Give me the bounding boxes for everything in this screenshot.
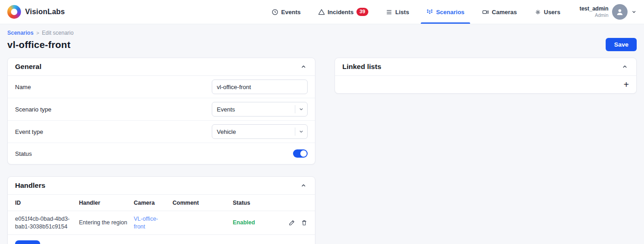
handlers-card-title: Handlers: [15, 181, 45, 190]
pencil-icon: [288, 219, 295, 226]
nav-item-events[interactable]: Events: [272, 0, 301, 24]
linked-lists-collapse-button[interactable]: [621, 63, 629, 71]
trash-icon: [301, 219, 308, 226]
nav-item-label: Lists: [395, 9, 409, 16]
nav-item-label: Users: [544, 9, 560, 16]
linked-lists-body: +: [335, 76, 636, 93]
status-label: Status: [15, 150, 32, 157]
list-icon: [386, 9, 393, 16]
handlers-collapse-button[interactable]: [299, 181, 308, 190]
nav-item-label: Incidents: [328, 9, 354, 16]
column-header-comment: Comment: [173, 200, 233, 206]
breadcrumb-current: Edit scenario: [42, 30, 73, 36]
user-menu[interactable]: test_admin Admin: [580, 4, 637, 20]
event-type-select[interactable]: Vehicle: [212, 124, 308, 139]
handler-id-cell: e051f4cb-0bad-4bd3-bab1-3038b51c9154: [15, 215, 79, 231]
event-type-value: Vehicle: [212, 128, 295, 135]
general-card: General Name Scenario type Events: [7, 58, 315, 164]
chevron-down-icon: [295, 129, 307, 134]
edit-handler-button[interactable]: [288, 219, 295, 226]
nav-item-incidents[interactable]: Incidents 39: [318, 0, 368, 24]
warning-triangle-icon: [318, 9, 325, 16]
general-card-header: General: [8, 58, 315, 76]
nav-item-label: Events: [281, 9, 301, 16]
column-header-status: Status: [233, 200, 284, 206]
chevron-down-icon: [631, 9, 637, 15]
linked-lists-card-title: Linked lists: [342, 63, 381, 71]
handler-row-actions: [284, 219, 308, 226]
chevron-down-icon: [295, 106, 307, 112]
column-header-handler: Handler: [79, 200, 134, 206]
scenario-type-value: Events: [212, 106, 295, 113]
nav-item-scenarios[interactable]: Scenarios: [426, 0, 464, 24]
column-header-id: ID: [15, 200, 79, 206]
add-handler-button[interactable]: Add: [15, 240, 40, 244]
clock-icon: [272, 9, 278, 16]
left-column: General Name Scenario type Events: [7, 58, 315, 244]
handlers-card-header: Handlers: [8, 177, 315, 195]
camera-icon: [482, 9, 489, 16]
toggle-knob: [300, 150, 307, 157]
handler-status-cell: Enabled: [233, 219, 284, 227]
scenario-type-select[interactable]: Events: [212, 102, 308, 117]
avatar: [612, 4, 628, 20]
event-type-label: Event type: [15, 128, 43, 135]
linked-lists-card: Linked lists +: [335, 58, 637, 94]
breadcrumb-link-scenarios[interactable]: Scenarios: [7, 30, 33, 36]
title-row: vl-office-front Save: [7, 38, 637, 51]
user-names: test_admin Admin: [580, 5, 608, 18]
nav-item-users[interactable]: Users: [534, 0, 560, 24]
name-input[interactable]: [212, 80, 308, 94]
visionlabs-logo-icon: [7, 5, 21, 19]
form-row-scenario-type: Scenario type Events: [8, 98, 315, 121]
form-row-name: Name: [8, 76, 315, 98]
nav-item-label: Cameras: [492, 9, 517, 16]
handlers-footer: Add: [8, 235, 315, 244]
users-icon: [534, 9, 541, 16]
nav-item-cameras[interactable]: Cameras: [482, 0, 517, 24]
page-content: Scenarios > Edit scenario vl-office-fron…: [0, 24, 644, 244]
name-label: Name: [15, 84, 31, 90]
handler-name-cell: Entering the region: [79, 219, 134, 227]
dot-grid-icon: [426, 9, 433, 16]
brand-name: VisionLabs: [25, 8, 65, 16]
scenario-type-label: Scenario type: [15, 106, 52, 113]
nav-item-label: Scenarios: [436, 9, 464, 16]
user-role: Admin: [580, 12, 608, 18]
general-card-title: General: [15, 63, 42, 71]
linked-lists-card-header: Linked lists: [335, 58, 636, 76]
chevron-up-icon: [622, 64, 628, 70]
brand[interactable]: VisionLabs: [7, 5, 65, 19]
incidents-count-badge: 39: [356, 8, 368, 16]
breadcrumb: Scenarios > Edit scenario: [7, 30, 637, 36]
active-tab-underline: [421, 22, 470, 24]
delete-handler-button[interactable]: [301, 219, 308, 226]
general-collapse-button[interactable]: [299, 63, 308, 71]
person-icon: [615, 7, 625, 17]
main-nav: Events Incidents 39 Lists Scenarios: [272, 0, 637, 24]
nav-item-lists[interactable]: Lists: [386, 0, 409, 24]
page-title: vl-office-front: [7, 39, 70, 50]
handler-camera-link[interactable]: VL-office-front: [134, 215, 173, 231]
chevron-up-icon: [300, 182, 307, 189]
user-name: test_admin: [580, 5, 608, 12]
add-linked-list-button[interactable]: +: [623, 80, 629, 89]
form-row-event-type: Event type Vehicle: [8, 121, 315, 143]
status-toggle[interactable]: [293, 149, 308, 158]
handlers-card: Handlers ID Handler Camera Comment Statu…: [7, 176, 315, 244]
chevron-up-icon: [300, 64, 307, 70]
breadcrumb-separator: >: [36, 30, 39, 36]
top-navbar: VisionLabs Events Incidents 39 Lists: [0, 0, 644, 24]
column-header-camera: Camera: [134, 200, 173, 206]
handler-table-row: e051f4cb-0bad-4bd3-bab1-3038b51c9154 Ent…: [8, 211, 315, 235]
right-column: Linked lists +: [335, 58, 637, 94]
content-columns: General Name Scenario type Events: [7, 58, 637, 244]
handlers-table-header: ID Handler Camera Comment Status: [8, 195, 315, 211]
save-button[interactable]: Save: [606, 38, 637, 51]
form-row-status: Status: [8, 143, 315, 164]
